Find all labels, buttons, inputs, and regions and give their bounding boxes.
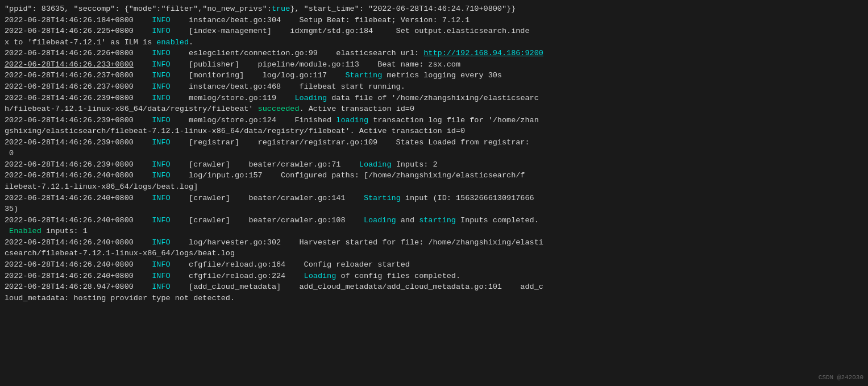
log-line: 2022-06-28T14:46:26.233+0800 INFO [publi… (5, 59, 863, 70)
log-line: 2022-06-28T14:46:26.240+0800 INFO log/ha… (5, 237, 863, 259)
log-line: 2022-06-28T14:46:26.239+0800 INFO memlog… (5, 93, 863, 115)
log-line: 2022-06-28T14:46:26.240+0800 INFO cfgfil… (5, 271, 863, 282)
watermark: CSDN @242030 (819, 373, 863, 383)
log-line: 2022-06-28T14:46:26.184+0800 INFO instan… (5, 15, 863, 26)
log-line: 2022-06-28T14:46:26.240+0800 INFO cfgfil… (5, 259, 863, 271)
log-container: "ppid": 83635, "seccomp": {"mode":"filte… (5, 3, 863, 304)
log-line: 2022-06-28T14:46:26.240+0800 INFO [crawl… (5, 193, 863, 215)
log-line: 2022-06-28T14:46:26.240+0800 INFO [crawl… (5, 215, 863, 237)
log-line: 2022-06-28T14:46:26.226+0800 INFO eslegc… (5, 48, 863, 59)
log-line: 2022-06-28T14:46:26.225+0800 INFO [index… (5, 26, 863, 48)
log-line: 2022-06-28T14:46:26.239+0800 INFO [regis… (5, 137, 863, 159)
log-line: 2022-06-28T14:46:28.947+0800 INFO [add_c… (5, 281, 863, 304)
log-line: 2022-06-28T14:46:26.239+0800 INFO [crawl… (5, 159, 863, 171)
log-line: 2022-06-28T14:46:26.240+0800 INFO log/in… (5, 170, 863, 192)
log-line: 2022-06-28T14:46:26.237+0800 INFO instan… (5, 81, 863, 93)
log-line: 2022-06-28T14:46:26.239+0800 INFO memlog… (5, 115, 863, 137)
log-line: "ppid": 83635, "seccomp": {"mode":"filte… (5, 3, 863, 15)
log-line: 2022-06-28T14:46:26.237+0800 INFO [monit… (5, 70, 863, 81)
